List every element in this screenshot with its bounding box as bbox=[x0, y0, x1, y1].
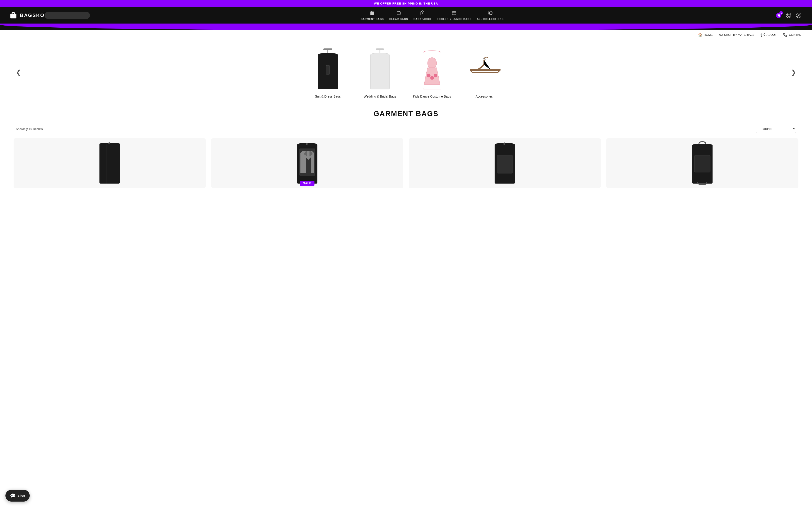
category-label-wedding: Wedding & Bridal Bags bbox=[364, 95, 396, 98]
svg-rect-9 bbox=[323, 48, 333, 50]
all-collections-icon bbox=[488, 10, 493, 17]
nav-label-cooler: COOLER & LUNCH BAGS bbox=[437, 18, 471, 20]
svg-point-13 bbox=[427, 74, 430, 77]
account-button[interactable] bbox=[794, 11, 803, 20]
nav-about-label: ABOUT bbox=[766, 33, 777, 37]
product-card-4[interactable] bbox=[606, 138, 798, 188]
sort-select[interactable]: Featured Price: Low to High Price: High … bbox=[756, 125, 796, 133]
product-card-1[interactable] bbox=[14, 138, 206, 188]
svg-rect-0 bbox=[397, 11, 400, 15]
home-icon: 🏠 bbox=[698, 33, 703, 37]
category-item-wedding[interactable]: Wedding & Bridal Bags bbox=[357, 46, 403, 98]
product-card-3[interactable] bbox=[409, 138, 601, 188]
wishlist-button[interactable] bbox=[784, 11, 793, 20]
nav-icons-group: 1 bbox=[774, 11, 803, 20]
cart-badge: 1 bbox=[779, 11, 783, 15]
svg-point-7 bbox=[796, 13, 801, 18]
nav-contact-label: CONTACT bbox=[789, 33, 803, 37]
svg-point-5 bbox=[779, 16, 779, 17]
category-image-accessories bbox=[463, 46, 506, 92]
product-image-3 bbox=[409, 138, 601, 188]
svg-point-14 bbox=[430, 76, 434, 80]
category-item-accessories[interactable]: Accessories bbox=[461, 46, 507, 98]
nav-contact[interactable]: 📞 CONTACT bbox=[783, 33, 803, 37]
sale-badge-2: SALE bbox=[300, 181, 314, 186]
nav-cat-backpacks[interactable]: BACKPACKS bbox=[413, 10, 431, 20]
contact-icon: 📞 bbox=[783, 33, 788, 37]
svg-rect-1 bbox=[452, 11, 456, 15]
nav-materials-label: SHOP BY MATERIALS bbox=[724, 33, 754, 37]
nav-cat-clear-bags[interactable]: CLEAR BAGS bbox=[389, 10, 408, 20]
results-row: Showing: 10 Results Featured Price: Low … bbox=[14, 125, 798, 133]
cooler-icon bbox=[451, 10, 457, 17]
clear-bags-icon bbox=[396, 10, 401, 17]
about-icon: 💬 bbox=[761, 33, 765, 37]
top-banner: WE OFFER FREE SHIPPING IN THE USA bbox=[0, 0, 812, 7]
nav-home[interactable]: 🏠 HOME bbox=[698, 33, 713, 37]
product-image-4 bbox=[606, 138, 798, 188]
svg-point-4 bbox=[778, 16, 778, 17]
svg-point-25 bbox=[306, 143, 308, 145]
nav-cat-garment-bags[interactable]: GARMENT BAGS bbox=[361, 10, 384, 20]
nav-label-all: ALL COLLECTIONS bbox=[477, 18, 504, 20]
garment-bags-icon bbox=[369, 10, 375, 17]
slider-next-button[interactable]: ❯ bbox=[789, 66, 798, 78]
product-image-1 bbox=[14, 138, 206, 188]
category-slider: ❮ Suit & Dress Bags bbox=[0, 39, 812, 105]
product-card-2[interactable]: SALE bbox=[211, 138, 403, 188]
svg-point-8 bbox=[798, 14, 800, 16]
svg-point-27 bbox=[503, 143, 505, 145]
secondary-nav: 🏠 HOME 🏷 SHOP BY MATERIALS 💬 ABOUT 📞 CON… bbox=[0, 30, 812, 39]
search-input[interactable] bbox=[45, 12, 90, 19]
svg-rect-29 bbox=[695, 155, 710, 172]
category-image-dance bbox=[411, 46, 454, 92]
svg-rect-11 bbox=[376, 48, 384, 50]
nav-about[interactable]: 💬 ABOUT bbox=[761, 33, 777, 37]
svg-rect-26 bbox=[497, 155, 513, 173]
category-image-wedding bbox=[358, 46, 401, 92]
product-grid: SALE bbox=[14, 138, 798, 188]
slider-items: Suit & Dress Bags Wedding & Bridal Bags bbox=[23, 46, 789, 98]
logo-text: BAGSKO bbox=[20, 12, 45, 18]
svg-point-15 bbox=[434, 74, 437, 77]
nav-home-label: HOME bbox=[704, 33, 713, 37]
svg-rect-10 bbox=[326, 65, 329, 74]
category-label-dance: Kids Dance Costume Bags bbox=[413, 95, 451, 98]
nav-label-backpacks: BACKPACKS bbox=[413, 18, 431, 20]
category-item-dance[interactable]: Kids Dance Costume Bags bbox=[409, 46, 455, 98]
nav-label-clear: CLEAR BAGS bbox=[389, 18, 408, 20]
nav-cat-all[interactable]: ALL COLLECTIONS bbox=[477, 10, 504, 20]
cart-button[interactable]: 1 bbox=[774, 11, 783, 20]
nav-shop-by-materials[interactable]: 🏷 SHOP BY MATERIALS bbox=[719, 33, 754, 37]
nav-cat-cooler[interactable]: COOLER & LUNCH BAGS bbox=[437, 10, 471, 20]
category-label-suit: Suit & Dress Bags bbox=[315, 95, 341, 98]
header: BAGSKO GARMENT BAGS CLEAR BAGS bbox=[0, 7, 812, 23]
banner-text: WE OFFER FREE SHIPPING IN THE USA bbox=[374, 2, 438, 5]
nav-label-garment: GARMENT BAGS bbox=[361, 18, 384, 20]
page-title: GARMENT BAGS bbox=[14, 110, 798, 118]
category-label-accessories: Accessories bbox=[475, 95, 493, 98]
backpacks-icon bbox=[420, 10, 425, 17]
svg-point-12 bbox=[427, 57, 437, 69]
main-content: GARMENT BAGS Showing: 10 Results Feature… bbox=[0, 105, 812, 192]
logo[interactable]: BAGSKO bbox=[9, 11, 45, 20]
nav-categories: GARMENT BAGS CLEAR BAGS BACKPACKS bbox=[90, 10, 774, 20]
results-count: Showing: 10 Results bbox=[16, 127, 43, 130]
category-image-suit bbox=[306, 46, 349, 92]
category-item-suit[interactable]: Suit & Dress Bags bbox=[305, 46, 351, 98]
slider-prev-button[interactable]: ❮ bbox=[14, 66, 23, 78]
materials-icon: 🏷 bbox=[719, 33, 723, 37]
product-image-2: SALE bbox=[211, 138, 403, 188]
svg-point-22 bbox=[108, 143, 110, 144]
